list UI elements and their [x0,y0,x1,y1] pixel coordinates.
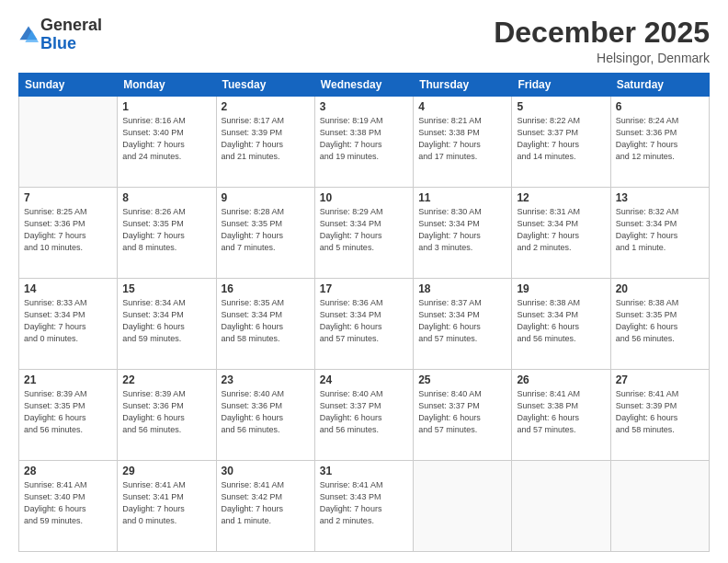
table-row: 24Sunrise: 8:40 AM Sunset: 3:37 PM Dayli… [314,370,413,461]
table-row [19,97,118,188]
day-number: 30 [222,465,310,477]
table-row: 28Sunrise: 8:41 AM Sunset: 3:40 PM Dayli… [19,461,118,552]
logo-icon [18,25,39,45]
table-row: 14Sunrise: 8:33 AM Sunset: 3:34 PM Dayli… [19,279,118,370]
calendar-week-row: 14Sunrise: 8:33 AM Sunset: 3:34 PM Dayli… [19,279,710,370]
table-row: 18Sunrise: 8:37 AM Sunset: 3:34 PM Dayli… [414,279,512,370]
table-row: 7Sunrise: 8:25 AM Sunset: 3:36 PM Daylig… [19,188,118,279]
day-number: 21 [24,373,112,386]
day-number: 3 [320,100,408,113]
day-info: Sunrise: 8:21 AM Sunset: 3:38 PM Dayligh… [418,115,506,163]
day-info: Sunrise: 8:33 AM Sunset: 3:34 PM Dayligh… [24,297,112,345]
table-row: 20Sunrise: 8:38 AM Sunset: 3:35 PM Dayli… [610,279,709,370]
day-number: 16 [222,282,310,295]
location: Helsingor, Denmark [494,51,710,65]
month-title: December 2025 [494,17,710,49]
table-row: 9Sunrise: 8:28 AM Sunset: 3:35 PM Daylig… [216,188,314,279]
col-friday: Friday [512,74,610,97]
day-info: Sunrise: 8:37 AM Sunset: 3:34 PM Dayligh… [418,297,506,345]
day-number: 1 [122,100,210,113]
day-info: Sunrise: 8:26 AM Sunset: 3:35 PM Dayligh… [122,206,210,254]
table-row: 6Sunrise: 8:24 AM Sunset: 3:36 PM Daylig… [610,97,709,188]
day-info: Sunrise: 8:41 AM Sunset: 3:43 PM Dayligh… [320,479,408,527]
table-row: 19Sunrise: 8:38 AM Sunset: 3:34 PM Dayli… [512,279,610,370]
table-row: 13Sunrise: 8:32 AM Sunset: 3:34 PM Dayli… [610,188,709,279]
col-wednesday: Wednesday [314,74,413,97]
table-row: 5Sunrise: 8:22 AM Sunset: 3:37 PM Daylig… [512,97,610,188]
logo: General Blue [18,17,102,53]
day-number: 5 [517,100,605,113]
day-info: Sunrise: 8:40 AM Sunset: 3:36 PM Dayligh… [222,388,310,436]
day-number: 31 [320,465,408,477]
day-number: 15 [122,282,210,295]
day-number: 18 [418,282,506,295]
day-info: Sunrise: 8:24 AM Sunset: 3:36 PM Dayligh… [616,115,704,163]
table-row [414,461,512,552]
day-number: 25 [418,373,506,386]
day-number: 8 [122,191,210,204]
day-info: Sunrise: 8:41 AM Sunset: 3:39 PM Dayligh… [616,388,704,436]
day-info: Sunrise: 8:25 AM Sunset: 3:36 PM Dayligh… [24,206,112,254]
day-info: Sunrise: 8:30 AM Sunset: 3:34 PM Dayligh… [418,206,506,254]
logo-blue-text: Blue [40,34,76,52]
logo-general-text: General [40,16,102,34]
day-info: Sunrise: 8:38 AM Sunset: 3:35 PM Dayligh… [616,297,704,345]
day-info: Sunrise: 8:41 AM Sunset: 3:41 PM Dayligh… [122,479,210,527]
day-number: 4 [418,100,506,113]
table-row: 29Sunrise: 8:41 AM Sunset: 3:41 PM Dayli… [118,461,216,552]
calendar-week-row: 1Sunrise: 8:16 AM Sunset: 3:40 PM Daylig… [19,97,710,188]
day-number: 20 [616,282,704,295]
table-row: 3Sunrise: 8:19 AM Sunset: 3:38 PM Daylig… [314,97,413,188]
table-row: 16Sunrise: 8:35 AM Sunset: 3:34 PM Dayli… [216,279,314,370]
table-row: 8Sunrise: 8:26 AM Sunset: 3:35 PM Daylig… [118,188,216,279]
calendar-week-row: 28Sunrise: 8:41 AM Sunset: 3:40 PM Dayli… [19,461,710,552]
day-info: Sunrise: 8:39 AM Sunset: 3:36 PM Dayligh… [122,388,210,436]
table-row: 30Sunrise: 8:41 AM Sunset: 3:42 PM Dayli… [216,461,314,552]
day-number: 9 [222,191,310,204]
day-number: 19 [517,282,605,295]
calendar-page: General Blue December 2025 Helsingor, De… [0,0,728,563]
table-row: 17Sunrise: 8:36 AM Sunset: 3:34 PM Dayli… [314,279,413,370]
table-row: 12Sunrise: 8:31 AM Sunset: 3:34 PM Dayli… [512,188,610,279]
day-info: Sunrise: 8:22 AM Sunset: 3:37 PM Dayligh… [517,115,605,163]
table-row: 26Sunrise: 8:41 AM Sunset: 3:38 PM Dayli… [512,370,610,461]
day-number: 11 [418,191,506,204]
title-block: December 2025 Helsingor, Denmark [494,17,710,65]
day-info: Sunrise: 8:32 AM Sunset: 3:34 PM Dayligh… [616,206,704,254]
day-info: Sunrise: 8:38 AM Sunset: 3:34 PM Dayligh… [517,297,605,345]
day-number: 10 [320,191,408,204]
calendar-week-row: 7Sunrise: 8:25 AM Sunset: 3:36 PM Daylig… [19,188,710,279]
table-row: 23Sunrise: 8:40 AM Sunset: 3:36 PM Dayli… [216,370,314,461]
table-row: 27Sunrise: 8:41 AM Sunset: 3:39 PM Dayli… [610,370,709,461]
day-info: Sunrise: 8:41 AM Sunset: 3:38 PM Dayligh… [517,388,605,436]
day-number: 14 [24,282,112,295]
day-info: Sunrise: 8:28 AM Sunset: 3:35 PM Dayligh… [222,206,310,254]
table-row: 22Sunrise: 8:39 AM Sunset: 3:36 PM Dayli… [118,370,216,461]
col-thursday: Thursday [414,74,512,97]
col-monday: Monday [118,74,216,97]
day-info: Sunrise: 8:34 AM Sunset: 3:34 PM Dayligh… [122,297,210,345]
day-info: Sunrise: 8:40 AM Sunset: 3:37 PM Dayligh… [418,388,506,436]
day-number: 17 [320,282,408,295]
day-info: Sunrise: 8:39 AM Sunset: 3:35 PM Dayligh… [24,388,112,436]
table-row: 11Sunrise: 8:30 AM Sunset: 3:34 PM Dayli… [414,188,512,279]
day-info: Sunrise: 8:35 AM Sunset: 3:34 PM Dayligh… [222,297,310,345]
day-number: 27 [616,373,704,386]
day-number: 22 [122,373,210,386]
day-number: 2 [222,100,310,113]
day-number: 24 [320,373,408,386]
table-row: 21Sunrise: 8:39 AM Sunset: 3:35 PM Dayli… [19,370,118,461]
day-number: 28 [24,465,112,477]
table-row [610,461,709,552]
table-row: 2Sunrise: 8:17 AM Sunset: 3:39 PM Daylig… [216,97,314,188]
header: General Blue December 2025 Helsingor, De… [18,17,710,65]
day-info: Sunrise: 8:41 AM Sunset: 3:42 PM Dayligh… [222,479,310,527]
col-tuesday: Tuesday [216,74,314,97]
day-number: 23 [222,373,310,386]
table-row: 15Sunrise: 8:34 AM Sunset: 3:34 PM Dayli… [118,279,216,370]
day-number: 13 [616,191,704,204]
day-info: Sunrise: 8:17 AM Sunset: 3:39 PM Dayligh… [222,115,310,163]
table-row: 25Sunrise: 8:40 AM Sunset: 3:37 PM Dayli… [414,370,512,461]
col-sunday: Sunday [19,74,118,97]
day-info: Sunrise: 8:41 AM Sunset: 3:40 PM Dayligh… [24,479,112,527]
